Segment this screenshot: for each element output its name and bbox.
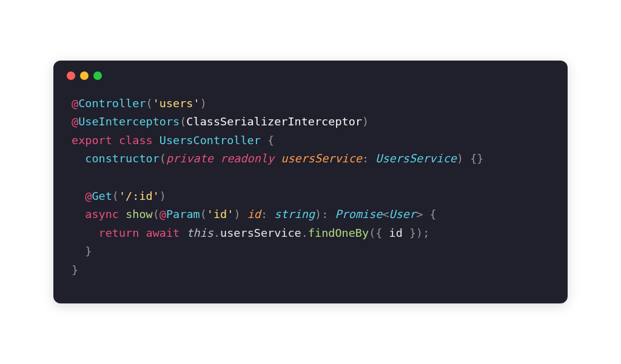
code-content: @Controller('users') @UseInterceptors(Cl… [53, 80, 568, 303]
close-icon[interactable] [67, 71, 75, 80]
maximize-icon[interactable] [93, 71, 102, 80]
code-line-10: } [72, 263, 78, 276]
code-line-2: @UseInterceptors(ClassSerializerIntercep… [72, 115, 369, 128]
code-line-4: constructor(private readonly usersServic… [72, 152, 483, 165]
window-controls [53, 61, 568, 80]
code-line-3: export class UsersController { [72, 134, 274, 147]
code-line-7: async show(@Param('id') id: string): Pro… [72, 208, 437, 220]
code-line-6: @Get('/:id') [72, 190, 166, 202]
code-window: @Controller('users') @UseInterceptors(Cl… [53, 61, 568, 303]
minimize-icon[interactable] [80, 71, 89, 80]
code-line-9: } [72, 245, 92, 257]
code-line-1: @Controller('users') [72, 97, 207, 110]
code-line-8: return await this.usersService.findOneBy… [72, 227, 429, 239]
